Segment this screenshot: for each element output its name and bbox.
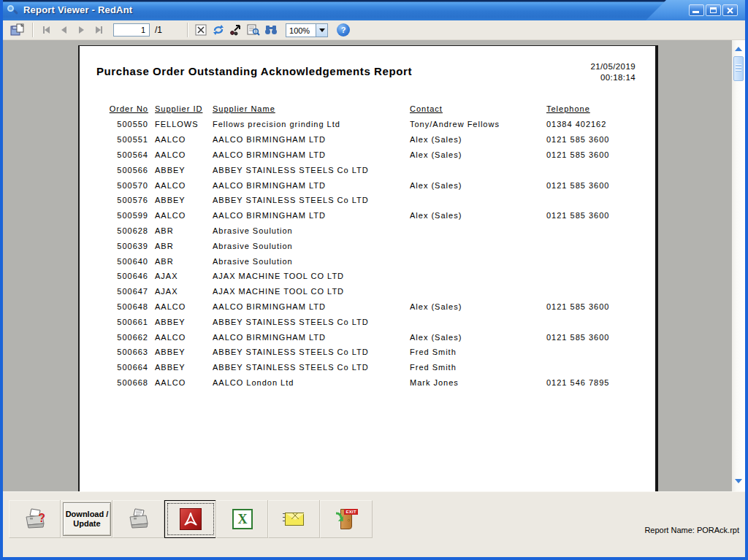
toolbar-separator [32,23,33,37]
close-button[interactable] [722,4,738,16]
zoom-value: 100% [286,24,316,37]
table-cell: 500570 [102,177,148,193]
refresh-button[interactable] [210,22,227,38]
page-total-label: /1 [155,25,162,35]
search-expert-button[interactable] [245,22,262,38]
table-cell [546,284,642,299]
table-cell [410,253,546,269]
report-title: Purchase Order Outstanding Acknowledgeme… [96,65,412,77]
table-cell [410,223,546,239]
table-header-row: Order No Supplier ID Supplier Name Conta… [102,104,642,117]
table-cell: 500661 [102,314,148,329]
page-number-input[interactable] [113,23,150,37]
pdf-export-button[interactable] [164,500,217,538]
report-viewer-window: Report Viewer - RedAnt /1 [0,0,748,560]
table-cell: 0121 546 7895 [546,375,642,391]
report-page: Purchase Order Outstanding Acknowledgeme… [78,45,658,491]
find-button[interactable] [262,22,280,38]
next-page-button[interactable] [72,23,90,37]
column-header-telephone: Telephone [546,104,642,117]
table-cell [546,162,642,177]
table-row: 500661ABBEYABBEY STAINLESS STEELS Co LTD [102,314,642,329]
table-row: 500639ABRAbrasive Soulution [102,238,642,253]
table-cell: Alex (Sales) [410,329,546,345]
scroll-up-button[interactable] [734,45,743,53]
print-button[interactable] [112,500,165,538]
table-cell [546,223,642,239]
drill-down-button[interactable] [227,22,245,38]
help-button[interactable]: ? [337,23,350,37]
table-cell: AALCO [148,132,213,147]
titlebar[interactable]: Report Viewer - RedAnt [0,0,748,20]
table-cell: AALCO BIRMINGHAM LTD [213,147,410,163]
table-row: 500599AALCOAALCO BIRMINGHAM LTDAlex (Sal… [102,208,642,223]
table-cell: AALCO BIRMINGHAM LTD [213,329,410,345]
zoom-dropdown-button[interactable] [316,24,327,37]
zoom-dropdown[interactable]: 100% [286,23,328,37]
table-row: 500564AALCOAALCO BIRMINGHAM LTDAlex (Sal… [102,147,642,163]
table-cell [546,269,642,284]
maximize-icon [710,7,717,13]
table-cell: Tony/Andrew Fellows [410,117,546,132]
report-date: 21/05/2019 [590,61,636,72]
table-cell: ABR [148,238,213,253]
table-row: 500566ABBEYABBEY STAINLESS STEELS Co LTD [102,162,642,177]
table-cell [546,345,642,360]
scrollbar-thumb[interactable] [733,56,744,81]
vertical-scrollbar[interactable] [732,40,745,491]
table-cell: Abrasive Soulution [213,253,410,269]
table-cell: Fellows precision grinding Ltd [213,117,410,132]
table-cell: ABR [148,223,213,239]
table-row: 500663ABBEYABBEY STAINLESS STEELS Co LTD… [102,345,642,360]
find-binoculars-icon [264,25,278,35]
table-cell: Alex (Sales) [410,132,546,147]
toggle-group-tree-icon [195,24,207,36]
table-cell: ABBEY [148,314,213,329]
table-cell: 500640 [102,253,148,269]
table-row: 500668AALCOAALCO London LtdMark Jones012… [102,375,642,391]
table-row: 500570AALCOAALCO BIRMINGHAM LTDAlex (Sal… [102,177,642,193]
excel-export-button[interactable]: X [216,500,269,538]
table-cell [546,238,642,253]
table-cell: 500648 [102,299,148,315]
last-page-button[interactable] [90,23,107,37]
export-button[interactable] [7,22,28,38]
exit-button[interactable]: EXIT [320,500,373,538]
table-cell: 500662 [102,329,148,345]
first-page-button[interactable] [37,23,55,37]
table-cell [546,314,642,329]
pdf-icon [180,508,202,530]
maximize-button[interactable] [706,4,721,16]
arrow-down-icon [735,479,742,483]
table-cell: 500566 [102,162,148,177]
printer-icon [126,507,151,531]
table-cell: ABBEY [148,360,213,375]
table-cell: AALCO BIRMINGHAM LTD [213,299,410,315]
table-cell: Fred Smith [410,360,546,375]
chevron-down-icon [319,28,325,32]
table-cell: 500668 [102,375,148,391]
exit-sign-label: EXIT [344,509,358,515]
table-cell [546,253,642,269]
printer-setup-button[interactable]: ? [9,500,61,538]
minimize-icon [692,11,699,13]
refresh-icon [212,24,225,36]
table-cell: ABBEY [148,193,213,208]
download-update-button[interactable]: Download / Update [63,502,111,536]
table-cell [546,360,642,375]
scroll-down-button[interactable] [734,477,743,486]
minimize-button[interactable] [689,4,704,16]
table-cell: AALCO [148,299,213,315]
table-cell: ABBEY STAINLESS STEELS Co LTD [213,345,410,360]
email-button[interactable] [268,500,321,538]
table-cell: 0121 585 3600 [546,177,642,193]
table-cell: AJAX [148,284,213,299]
report-name-label: Report Name: PORAck.rpt [644,526,739,534]
toggle-group-tree-button[interactable] [192,22,210,38]
table-row: 500628ABRAbrasive Soulution [102,223,642,239]
table-cell: AALCO [148,147,213,163]
prev-page-button[interactable] [55,23,72,37]
last-page-icon [96,26,101,34]
search-expert-icon [247,24,260,36]
column-header-order-no: Order No [102,104,148,117]
